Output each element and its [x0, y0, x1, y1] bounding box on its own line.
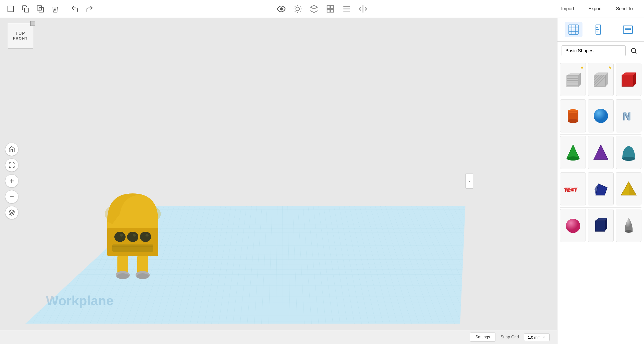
zoom-out-button[interactable]: [5, 190, 18, 203]
shapes-row-5: [560, 209, 641, 242]
shape-category-dropdown[interactable]: Basic Shapes Letters & Numbers Connector…: [562, 45, 626, 56]
svg-point-99: [566, 219, 580, 233]
shape-box-striped-2[interactable]: ★: [588, 63, 614, 96]
svg-point-6: [296, 7, 299, 10]
svg-rect-17: [327, 9, 330, 12]
tab-text[interactable]: [619, 22, 637, 37]
cube-top-label: TOP: [16, 31, 26, 36]
svg-rect-43: [569, 25, 578, 34]
undo-button[interactable]: [68, 2, 81, 16]
redo-button[interactable]: [83, 2, 96, 16]
separator-3: [560, 171, 641, 171]
separator-1: [560, 98, 641, 98]
svg-point-42: [137, 273, 149, 279]
duplicate-button[interactable]: [34, 2, 47, 16]
star-icon-1: ★: [580, 65, 584, 70]
shape-pyramid-purple[interactable]: [588, 136, 614, 169]
svg-point-29: [127, 232, 138, 242]
svg-marker-88: [594, 145, 608, 159]
import-button[interactable]: Import: [554, 4, 581, 14]
home-button[interactable]: [5, 143, 18, 156]
settings-button[interactable]: Settings: [470, 333, 495, 342]
shape-prism-dark[interactable]: [588, 209, 614, 242]
svg-point-31: [120, 234, 123, 237]
send-to-button[interactable]: Send To: [609, 4, 640, 14]
svg-line-14: [300, 6, 300, 6]
snap-grid-dropdown[interactable]: 1.0 mm: [524, 333, 550, 341]
svg-line-13: [295, 11, 295, 12]
export-button[interactable]: Export: [581, 4, 609, 14]
light-button[interactable]: [291, 2, 304, 16]
cube-corner: [30, 21, 35, 26]
svg-line-9: [295, 6, 295, 6]
left-controls: [5, 143, 18, 219]
tab-ruler[interactable]: [592, 22, 610, 37]
fit-view-button[interactable]: [5, 158, 18, 172]
separator-2: [560, 134, 641, 135]
toolbar: Import Export Send To: [0, 0, 644, 18]
copy-button[interactable]: [19, 2, 32, 16]
perspective-button[interactable]: [5, 206, 18, 219]
svg-point-5: [280, 8, 282, 10]
shape-sphere[interactable]: [588, 99, 614, 132]
shapes-row-3: [560, 136, 641, 169]
shape-box-striped-1[interactable]: ★: [560, 63, 586, 96]
new-button[interactable]: [4, 2, 17, 16]
shape-pyramid-yellow[interactable]: [616, 172, 641, 205]
align-button[interactable]: [340, 2, 353, 16]
svg-point-82: [594, 109, 608, 123]
svg-rect-75: [622, 75, 633, 87]
settings-bar: Settings Snap Grid 1.0 mm: [0, 330, 557, 344]
svg-rect-16: [331, 6, 333, 8]
svg-rect-34: [112, 244, 153, 252]
svg-point-87: [567, 156, 579, 161]
mirror-button[interactable]: [356, 2, 370, 16]
shape-prism-blue[interactable]: [588, 172, 614, 205]
shapes-row-1: ★: [560, 63, 641, 96]
snap-grid-value-text: 1.0 mm: [528, 335, 541, 339]
shape-view-button[interactable]: [307, 2, 321, 16]
shape-selector-row: Basic Shapes Letters & Numbers Connector…: [557, 42, 644, 60]
shape-text[interactable]: TEXT TEXT: [560, 172, 586, 205]
shape-box-red[interactable]: [616, 63, 641, 96]
shape-sphere-pink[interactable]: [560, 209, 586, 242]
orientation-cube[interactable]: TOP FRONT: [8, 23, 36, 56]
robot-figure: [92, 173, 174, 280]
svg-point-90: [622, 157, 635, 161]
svg-point-32: [133, 234, 136, 237]
tab-grid[interactable]: [565, 22, 582, 37]
svg-text:N: N: [623, 109, 631, 122]
toolbar-left: [4, 2, 96, 16]
svg-line-10: [300, 11, 300, 12]
svg-line-58: [635, 52, 636, 53]
camera-button[interactable]: [275, 2, 288, 16]
zoom-in-button[interactable]: [5, 174, 18, 188]
svg-rect-59: [567, 76, 578, 87]
shape-cylinder[interactable]: [560, 99, 586, 132]
search-shapes-button[interactable]: [628, 45, 640, 57]
svg-rect-1: [25, 8, 29, 12]
shape-cone-grey[interactable]: [616, 209, 641, 242]
toolbar-right: Import Export Send To: [554, 4, 640, 14]
panel-tabs: [557, 18, 644, 42]
toolbar-sep-1: [65, 4, 65, 14]
canvas-area[interactable]: TOP FRONT: [0, 18, 557, 344]
svg-point-102: [625, 230, 633, 233]
main-area: TOP FRONT: [0, 18, 644, 344]
shapes-row-2: N N: [560, 99, 641, 132]
group-button[interactable]: [324, 2, 337, 16]
svg-point-30: [140, 232, 151, 242]
shape-text-3d[interactable]: N N: [616, 99, 641, 132]
delete-button[interactable]: [48, 2, 62, 16]
shape-cone-green[interactable]: [560, 136, 586, 169]
shape-wedge-teal[interactable]: [616, 136, 641, 169]
svg-point-33: [145, 234, 149, 237]
svg-point-57: [631, 48, 636, 53]
svg-rect-15: [327, 6, 330, 8]
right-panel: Basic Shapes Letters & Numbers Connector…: [557, 18, 644, 344]
collapse-panel-arrow[interactable]: ›: [465, 173, 473, 189]
shapes-grid: ★: [557, 60, 644, 344]
cube-front-label: FRONT: [13, 36, 28, 40]
svg-point-28: [114, 232, 126, 242]
svg-text:TEXT: TEXT: [564, 187, 578, 192]
